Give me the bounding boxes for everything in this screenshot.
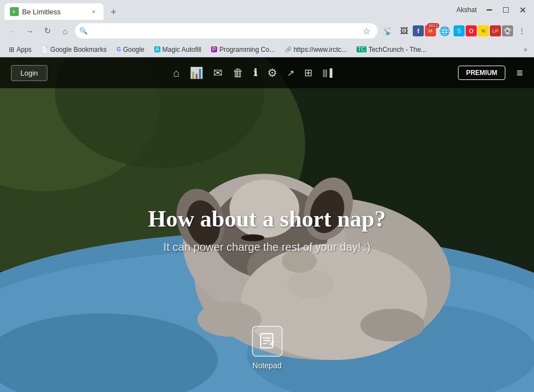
- page-content: Login ⌂ 📊 ✉ 🗑 ℹ ⚙ ↗ ⊞ |||▐ PREMIUM ≡ How…: [0, 57, 534, 392]
- lastpass-extension-icon[interactable]: LP: [490, 25, 501, 36]
- svg-text:B: B: [13, 10, 15, 14]
- screenshot-icon[interactable]: 🖼: [396, 23, 412, 39]
- settings-app-icon[interactable]: ⚙: [267, 66, 277, 79]
- app-toolbar: Login ⌂ 📊 ✉ 🗑 ℹ ⚙ ↗ ⊞ |||▐ PREMIUM ≡: [0, 57, 534, 88]
- share-app-icon[interactable]: ↗: [287, 68, 294, 78]
- bookmark-programming[interactable]: P Programming Co...: [207, 45, 279, 55]
- notepad-widget[interactable]: Notepad: [252, 326, 283, 370]
- trash-app-icon[interactable]: 🗑: [233, 67, 244, 79]
- tab-strip: B Be Limitless × +: [0, 0, 449, 20]
- reload-button[interactable]: ↻: [40, 23, 55, 39]
- bookmarks-more-button[interactable]: »: [521, 45, 530, 55]
- stats-app-icon[interactable]: 📊: [190, 66, 203, 79]
- forward-button[interactable]: →: [22, 23, 37, 39]
- login-button[interactable]: Login: [11, 65, 47, 81]
- gmail-extension-wrapper: M 3011: [425, 25, 436, 36]
- bookmark-irctc-label: https://www.irctc...: [294, 46, 347, 53]
- bookmark-magic-autofill-label: Magic Autofill: [163, 46, 202, 53]
- address-bar-wrapper: 🔍 ☆: [75, 23, 377, 39]
- svg-rect-2: [487, 9, 492, 10]
- tab-title: Be Limitless: [22, 8, 86, 16]
- grid-app-icon[interactable]: ⊞: [304, 67, 312, 79]
- bookmark-apps-label: Apps: [17, 46, 31, 53]
- bookmark-google-bookmarks-label: Google Bookmarks: [50, 46, 106, 53]
- tab-close-button[interactable]: ×: [89, 7, 98, 16]
- bookmark-techcrunch-label: TechCrunch - The...: [369, 46, 427, 53]
- opera-extension-icon[interactable]: O: [466, 25, 477, 36]
- window-controls: Akshat ✕: [449, 0, 534, 20]
- hero-content: How about a short nap? It can power char…: [148, 206, 386, 254]
- title-bar: B Be Limitless × + Akshat ✕: [0, 0, 534, 20]
- home-button[interactable]: ⌂: [57, 23, 73, 39]
- bookmarks-bar: ⊞ Apps 📄 Google Bookmarks G Google A Mag…: [0, 42, 534, 57]
- search-icon: 🔍: [79, 27, 88, 35]
- navigation-toolbar: ← → ↻ ⌂ 🔍 ☆ 📡 🖼 f M 3011 🌐 S O N LP 👻: [0, 20, 534, 42]
- bookmark-apps[interactable]: ⊞ Apps: [4, 45, 36, 55]
- bookmark-star-icon[interactable]: ☆: [359, 23, 374, 39]
- premium-button[interactable]: PREMIUM: [458, 66, 506, 80]
- notepad-icon: [252, 326, 283, 357]
- hero-title: How about a short nap?: [148, 206, 386, 232]
- mail-app-icon[interactable]: ✉: [213, 66, 223, 79]
- more-options-button[interactable]: ⋮: [514, 23, 530, 39]
- bookmark-magic-autofill[interactable]: A Magic Autofill: [150, 45, 206, 55]
- profile-button[interactable]: Akshat: [453, 5, 480, 15]
- ghost-extension-icon[interactable]: 👻: [502, 25, 513, 36]
- notepad-label: Notepad: [252, 361, 282, 370]
- info-app-icon[interactable]: ℹ: [253, 67, 257, 79]
- maximize-button[interactable]: [499, 5, 513, 15]
- extensions-area: 📡 🖼 f M 3011 🌐 S O N LP 👻 ⋮: [380, 23, 530, 39]
- minimize-button[interactable]: [482, 5, 497, 15]
- bookmark-techcrunch[interactable]: TC TechCrunch - The...: [352, 45, 431, 55]
- bookmark-google-label: Google: [123, 46, 144, 53]
- close-button[interactable]: ✕: [515, 5, 530, 15]
- address-input[interactable]: [75, 23, 377, 39]
- tab-favicon: B: [10, 7, 19, 16]
- new-tab-button[interactable]: +: [106, 4, 121, 20]
- app-toolbar-icons: ⌂ 📊 ✉ 🗑 ℹ ⚙ ↗ ⊞ |||▐: [173, 66, 332, 79]
- bookmark-programming-label: Programming Co...: [219, 46, 275, 53]
- list-view-icon[interactable]: ≡: [516, 67, 523, 79]
- chrome-icon[interactable]: 🌐: [437, 23, 452, 39]
- gmail-badge: 3011: [427, 23, 439, 28]
- bookmark-google-bookmarks[interactable]: 📄 Google Bookmarks: [37, 45, 111, 55]
- back-button[interactable]: ←: [4, 23, 20, 39]
- hero-subtitle: It can power charge the rest of your day…: [148, 241, 386, 254]
- home-app-icon[interactable]: ⌂: [173, 67, 180, 79]
- skype-extension-icon[interactable]: S: [454, 25, 465, 36]
- bookmark-google[interactable]: G Google: [112, 45, 148, 55]
- facebook-extension-icon[interactable]: f: [413, 25, 424, 36]
- norton-extension-icon[interactable]: N: [478, 25, 489, 36]
- audio-app-icon[interactable]: |||▐: [322, 68, 332, 77]
- active-tab[interactable]: B Be Limitless ×: [4, 3, 104, 20]
- bookmark-irctc[interactable]: 🔗 https://www.irctc...: [281, 45, 352, 55]
- cast-icon[interactable]: 📡: [380, 23, 395, 39]
- svg-rect-3: [503, 7, 509, 13]
- chrome-frame: B Be Limitless × + Akshat ✕ ← → ↻ ⌂ 🔍: [0, 0, 534, 392]
